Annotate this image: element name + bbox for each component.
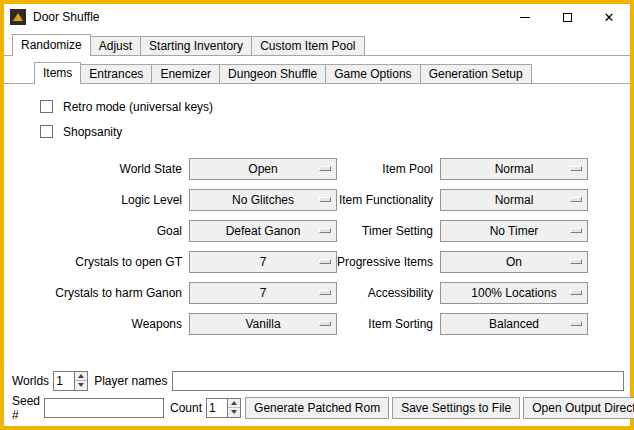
tab-custom-item-pool[interactable]: Custom Item Pool: [251, 36, 364, 55]
option-row: Crystals to harm Ganon 7 Accessibility 1…: [40, 277, 624, 308]
weapons-label: Weapons: [40, 317, 182, 331]
dropdown-indicator-icon: [319, 197, 331, 202]
seed-label: Seed #: [12, 394, 40, 422]
spin-up-button[interactable]: [228, 399, 240, 408]
dropdown-indicator-icon: [570, 197, 582, 202]
app-icon: [10, 9, 26, 25]
dropdown-indicator-icon: [319, 321, 331, 326]
tab-items[interactable]: Items: [34, 62, 81, 84]
tab-randomize[interactable]: Randomize: [12, 34, 91, 56]
crystals-open-gt-label: Crystals to open GT: [40, 255, 182, 269]
app-window: Door Shuffle ✕ Randomize Adjust Starting…: [0, 0, 634, 430]
tab-generation-setup[interactable]: Generation Setup: [420, 64, 532, 83]
items-panel: Retro mode (universal keys) Shopsanity W…: [4, 84, 630, 339]
goal-label: Goal: [40, 224, 182, 238]
shopsanity-label: Shopsanity: [63, 125, 122, 139]
dropdown-indicator-icon: [319, 166, 331, 171]
close-button[interactable]: ✕: [588, 4, 630, 30]
minimize-icon: [520, 17, 530, 18]
item-functionality-dropdown[interactable]: Normal: [440, 189, 588, 211]
option-row: Logic Level No Glitches Item Functionali…: [40, 184, 624, 215]
save-settings-button[interactable]: Save Settings to File: [392, 397, 520, 419]
logic-level-dropdown[interactable]: No Glitches: [189, 189, 337, 211]
progressive-items-dropdown[interactable]: On: [440, 251, 588, 273]
dropdown-indicator-icon: [570, 290, 582, 295]
tab-enemizer[interactable]: Enemizer: [151, 64, 220, 83]
dropdown-indicator-icon: [319, 290, 331, 295]
item-sorting-dropdown[interactable]: Balanced: [440, 313, 588, 335]
timer-setting-label: Timer Setting: [337, 224, 433, 238]
maximize-button[interactable]: [546, 4, 588, 30]
crystals-open-gt-dropdown[interactable]: 7: [189, 251, 337, 273]
item-pool-dropdown[interactable]: Normal: [440, 158, 588, 180]
retro-mode-label: Retro mode (universal keys): [63, 100, 213, 114]
accessibility-dropdown[interactable]: 100% Locations: [440, 282, 588, 304]
outer-tab-strip: Randomize Adjust Starting Inventory Cust…: [4, 34, 630, 56]
stepper-arrows: [74, 372, 87, 390]
player-names-label: Player names: [94, 374, 167, 388]
world-state-dropdown[interactable]: Open: [189, 158, 337, 180]
spin-up-button[interactable]: [75, 372, 87, 381]
tab-entrances[interactable]: Entrances: [80, 64, 152, 83]
goal-dropdown[interactable]: Defeat Ganon: [189, 220, 337, 242]
count-stepper[interactable]: [206, 398, 241, 418]
option-row: Goal Defeat Ganon Timer Setting No Timer: [40, 215, 624, 246]
accessibility-label: Accessibility: [337, 286, 433, 300]
progressive-items-label: Progressive Items: [337, 255, 433, 269]
seed-row: Seed # Count Generate Patched Rom Save S…: [12, 395, 624, 420]
player-names-input[interactable]: [172, 371, 625, 391]
worlds-stepper[interactable]: [53, 371, 88, 391]
dropdown-indicator-icon: [570, 321, 582, 326]
window-title: Door Shuffle: [33, 10, 100, 24]
count-label: Count: [170, 401, 202, 415]
tab-dungeon-shuffle[interactable]: Dungeon Shuffle: [219, 64, 326, 83]
checkbox-box-icon[interactable]: [40, 100, 53, 113]
crystals-harm-ganon-dropdown[interactable]: 7: [189, 282, 337, 304]
spin-down-button[interactable]: [228, 407, 240, 417]
arrow-down-icon: [231, 410, 237, 414]
worlds-row: Worlds Player names: [12, 368, 624, 393]
arrow-down-icon: [78, 383, 84, 387]
option-row: Weapons Vanilla Item Sorting Balanced: [40, 308, 624, 339]
open-output-directory-button[interactable]: Open Output Directory: [523, 397, 634, 419]
checkbox-box-icon[interactable]: [40, 125, 53, 138]
item-sorting-label: Item Sorting: [337, 317, 433, 331]
worlds-input[interactable]: [54, 372, 74, 390]
option-rows: World State Open Item Pool Normal Logic …: [40, 153, 624, 339]
world-state-label: World State: [40, 162, 182, 176]
minimize-button[interactable]: [504, 4, 546, 30]
dropdown-indicator-icon: [319, 228, 331, 233]
arrow-up-icon: [231, 401, 237, 405]
item-functionality-label: Item Functionality: [337, 193, 433, 207]
tab-starting-inventory[interactable]: Starting Inventory: [140, 36, 252, 55]
shopsanity-checkbox[interactable]: Shopsanity: [40, 119, 624, 144]
logic-level-label: Logic Level: [40, 193, 182, 207]
dropdown-indicator-icon: [570, 166, 582, 171]
option-row: World State Open Item Pool Normal: [40, 153, 624, 184]
item-pool-label: Item Pool: [337, 162, 433, 176]
timer-setting-dropdown[interactable]: No Timer: [440, 220, 588, 242]
close-icon: ✕: [604, 11, 615, 24]
stepper-arrows: [227, 399, 240, 417]
inner-tab-strip: Items Entrances Enemizer Dungeon Shuffle…: [4, 62, 630, 84]
bottom-bar: Worlds Player names Seed # Count: [4, 366, 630, 426]
weapons-dropdown[interactable]: Vanilla: [189, 313, 337, 335]
count-input[interactable]: [207, 399, 227, 417]
tab-game-options[interactable]: Game Options: [325, 64, 420, 83]
option-row: Crystals to open GT 7 Progressive Items …: [40, 246, 624, 277]
dropdown-indicator-icon: [319, 259, 331, 264]
arrow-up-icon: [78, 374, 84, 378]
seed-input[interactable]: [44, 398, 164, 418]
crystals-harm-ganon-label: Crystals to harm Ganon: [40, 286, 182, 300]
generate-patched-rom-button[interactable]: Generate Patched Rom: [245, 397, 389, 419]
maximize-icon: [563, 13, 572, 22]
spin-down-button[interactable]: [75, 380, 87, 390]
worlds-label: Worlds: [12, 374, 49, 388]
retro-mode-checkbox[interactable]: Retro mode (universal keys): [40, 94, 624, 119]
dropdown-indicator-icon: [570, 259, 582, 264]
titlebar: Door Shuffle ✕: [4, 4, 630, 30]
dropdown-indicator-icon: [570, 228, 582, 233]
tab-adjust[interactable]: Adjust: [90, 36, 141, 55]
